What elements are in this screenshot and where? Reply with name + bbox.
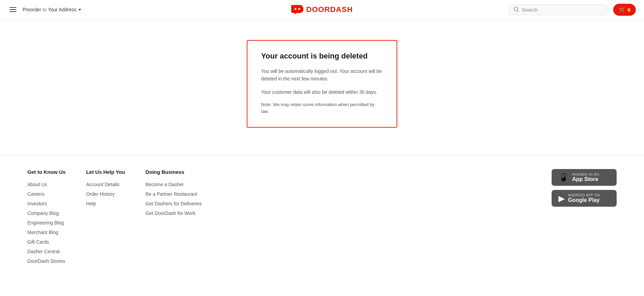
- to-label: to: [42, 7, 47, 12]
- preorder-address[interactable]: Preorder to Your Address: [23, 7, 81, 12]
- footer-col-let-us-help: Let Us Help You Account Details Order Hi…: [86, 169, 125, 268]
- cart-count: 0: [628, 7, 630, 13]
- footer-col-get-to-know-us: Get to Know Us About Us Careers Investor…: [27, 169, 66, 268]
- footer-link-dashers-deliveries[interactable]: Get Dashers for Deliveries: [145, 201, 202, 206]
- deletion-card: Your account is being deleted You will b…: [247, 40, 397, 128]
- footer-link-account-details[interactable]: Account Details: [86, 182, 125, 187]
- cart-icon: 🛒: [619, 7, 626, 13]
- cart-button[interactable]: 🛒 0: [613, 4, 636, 16]
- header-right: Search 🛒 0: [508, 4, 636, 16]
- app-store-sub: Available on the: [572, 172, 599, 176]
- footer-link-engineering-blog[interactable]: Engineering Blog: [27, 220, 66, 226]
- footer-columns: Get to Know Us About Us Careers Investor…: [27, 169, 552, 268]
- hamburger-menu-button[interactable]: [8, 6, 18, 13]
- deletion-body-logout: You will be automatically logged out. Yo…: [261, 67, 383, 83]
- app-store-text: Available on the App Store: [572, 172, 599, 182]
- deletion-body-30days: Your customer data will also be deleted …: [261, 88, 383, 96]
- apple-icon: 📱: [558, 173, 569, 182]
- logo-text: DOORDASH: [306, 5, 353, 14]
- google-play-badge[interactable]: ▶ ANDROID APP ON Google Play: [552, 190, 617, 207]
- svg-point-1: [298, 8, 300, 10]
- footer-link-become-dasher[interactable]: Become a Dasher: [145, 182, 202, 187]
- chevron-down-icon: [78, 9, 81, 11]
- search-icon: [514, 7, 519, 12]
- footer-col-doing-business: Doing Business Become a Dasher Be a Part…: [145, 169, 202, 268]
- address-label: Your Address: [48, 7, 76, 12]
- doordash-logo-icon: [291, 5, 304, 14]
- svg-line-3: [517, 11, 519, 12]
- footer-link-gift-cards[interactable]: Gift Cards: [27, 239, 66, 245]
- header-left: Preorder to Your Address: [8, 6, 81, 13]
- footer-col3-title: Doing Business: [145, 169, 202, 175]
- google-play-main: Google Play: [568, 197, 600, 203]
- footer-apps: 📱 Available on the App Store ▶ ANDROID A…: [552, 169, 617, 268]
- footer-link-company-blog[interactable]: Company Blog: [27, 210, 66, 216]
- footer-link-careers[interactable]: Careers: [27, 191, 66, 197]
- preorder-label: Preorder: [23, 7, 41, 12]
- svg-point-0: [295, 8, 296, 10]
- footer-divider: [0, 155, 644, 155]
- search-bar[interactable]: Search: [508, 4, 608, 15]
- footer: Get to Know Us About Us Careers Investor…: [0, 169, 644, 288]
- google-play-sub: ANDROID APP ON: [568, 193, 600, 197]
- footer-link-merchant-blog[interactable]: Merchant Blog: [27, 230, 66, 235]
- app-store-badge[interactable]: 📱 Available on the App Store: [552, 169, 617, 186]
- footer-link-doordash-stories[interactable]: DoorDash Stories: [27, 258, 66, 264]
- footer-link-help[interactable]: Help: [86, 201, 125, 206]
- logo-link[interactable]: DOORDASH: [291, 5, 353, 14]
- header: Preorder to Your Address DOORDASH Search…: [0, 0, 644, 20]
- main-content: Your account is being deleted You will b…: [0, 20, 644, 155]
- deletion-title: Your account is being deleted: [261, 52, 383, 61]
- footer-link-dasher-central[interactable]: Dasher Central: [27, 249, 66, 254]
- footer-col2-title: Let Us Help You: [86, 169, 125, 175]
- search-placeholder: Search: [522, 7, 538, 13]
- footer-link-partner-restaurant[interactable]: Be a Partner Restaurant: [145, 191, 202, 197]
- footer-link-doordash-work[interactable]: Get DoorDash for Work: [145, 210, 202, 216]
- google-play-text: ANDROID APP ON Google Play: [568, 193, 600, 203]
- app-store-main: App Store: [572, 176, 599, 182]
- deletion-note: Note: We may retain some information whe…: [261, 101, 383, 115]
- footer-col1-title: Get to Know Us: [27, 169, 66, 175]
- google-play-icon: ▶: [558, 194, 565, 203]
- footer-link-about-us[interactable]: About Us: [27, 182, 66, 187]
- footer-link-order-history[interactable]: Order History: [86, 191, 125, 197]
- footer-link-investors[interactable]: Investors: [27, 201, 66, 206]
